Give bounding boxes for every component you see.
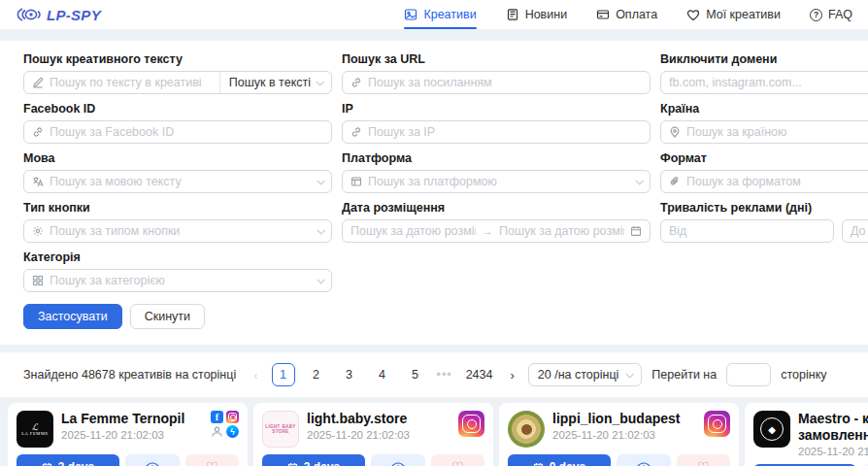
card-icon bbox=[596, 8, 610, 21]
placement-date-range[interactable]: → bbox=[342, 219, 651, 243]
apply-button[interactable]: Застосувати bbox=[23, 304, 122, 329]
field-label: Пошук креативного тексту bbox=[23, 52, 332, 66]
goto-suffix: сторінку bbox=[781, 368, 826, 382]
field-label: IP bbox=[342, 102, 651, 116]
creative-card[interactable]: lippi_lion_budapest 2025-11-20 21:02:03 … bbox=[499, 403, 739, 466]
view-button[interactable] bbox=[125, 454, 180, 466]
creative-text-input[interactable]: Пошук в тексті bbox=[23, 71, 332, 94]
field-label: Тип кнопки bbox=[23, 201, 332, 215]
favorite-button[interactable]: ♡ bbox=[677, 454, 731, 466]
reset-button[interactable]: Скинути bbox=[130, 304, 205, 329]
view-button[interactable] bbox=[371, 454, 425, 466]
pagination-bar: Знайдено 48678 креативів на сторінці ‹ 1… bbox=[0, 352, 868, 397]
eye-logo-icon bbox=[16, 7, 41, 22]
avatar bbox=[508, 411, 545, 448]
format-select[interactable] bbox=[660, 170, 868, 193]
field-label: Пошук за URL bbox=[342, 52, 651, 66]
favorite-button[interactable]: ♡ bbox=[185, 454, 240, 466]
creative-card[interactable]: ℒ LA FEMME La Femme Ternopil 2025-11-20 … bbox=[8, 403, 248, 466]
page-size-select[interactable]: 20 /на сторінці bbox=[528, 363, 643, 386]
paperclip-icon bbox=[669, 176, 681, 187]
page-1-button[interactable]: 1 bbox=[272, 363, 295, 386]
page-2-button[interactable]: 2 bbox=[305, 363, 328, 386]
page-5-button[interactable]: 5 bbox=[404, 363, 427, 386]
goto-page-input[interactable] bbox=[726, 363, 771, 386]
exclude-domains-input[interactable] bbox=[660, 71, 868, 94]
profile-icon[interactable] bbox=[211, 425, 223, 441]
tab-my-creatives[interactable]: Мої креативи bbox=[686, 0, 781, 29]
prev-page-button[interactable]: ‹ bbox=[250, 368, 261, 383]
pencil-icon bbox=[32, 77, 44, 88]
chevron-down-icon bbox=[635, 177, 643, 184]
creative-card[interactable]: ◆ Maestro - кухні, меблі на замовлення в… bbox=[745, 403, 868, 466]
instagram-icon[interactable] bbox=[226, 411, 239, 423]
app-logo[interactable]: LP-SPY bbox=[16, 7, 101, 23]
days-active-button[interactable]: 0 days bbox=[508, 454, 611, 466]
chevron-down-icon bbox=[317, 177, 324, 184]
tab-news[interactable]: Новини bbox=[506, 0, 568, 29]
tab-faq[interactable]: ? FAQ bbox=[810, 0, 852, 29]
filter-exclude-domains: Виключити домени bbox=[660, 52, 868, 94]
field-label: Мова bbox=[23, 151, 332, 165]
platform-select[interactable] bbox=[342, 170, 651, 193]
creative-card[interactable]: LIGHT BABY STORE light.baby.store 2025-1… bbox=[253, 403, 493, 466]
creatives-grid: ℒ LA FEMME La Femme Ternopil 2025-11-20 … bbox=[0, 397, 868, 466]
favorite-button[interactable]: ♡ bbox=[431, 454, 485, 466]
logo-text: LP-SPY bbox=[47, 7, 101, 23]
text-search-mode-select[interactable]: Пошук в тексті bbox=[219, 72, 331, 93]
filter-country: Країна bbox=[660, 102, 868, 144]
results-summary: Знайдено 48678 креативів на сторінці bbox=[23, 368, 236, 382]
filter-platform: Платформа bbox=[342, 151, 651, 193]
filter-format: Формат bbox=[660, 151, 868, 193]
heart-icon bbox=[686, 9, 700, 21]
last-page-button[interactable]: 2434 bbox=[462, 363, 497, 386]
card-date: 2025-11-20 21:02:03 bbox=[552, 429, 696, 441]
question-icon: ? bbox=[810, 9, 822, 21]
image-icon bbox=[404, 8, 417, 21]
field-label: Країна bbox=[660, 102, 868, 116]
ip-input[interactable] bbox=[342, 120, 651, 144]
lion-logo bbox=[520, 423, 533, 436]
country-select[interactable] bbox=[660, 120, 868, 144]
card-title: La Femme Ternopil bbox=[61, 411, 203, 427]
goto-label: Перейти на bbox=[651, 368, 717, 382]
days-active-button[interactable]: 3 days bbox=[17, 454, 119, 466]
filter-category: Категорія bbox=[23, 250, 332, 292]
button-type-select[interactable] bbox=[23, 219, 332, 243]
field-label: Дата розміщення bbox=[342, 201, 651, 215]
chevron-down-icon bbox=[316, 78, 323, 85]
tab-payment[interactable]: Оплата bbox=[596, 0, 657, 29]
page-ellipsis[interactable]: ••• bbox=[437, 368, 452, 382]
instagram-icon[interactable] bbox=[458, 411, 484, 437]
news-icon bbox=[506, 8, 519, 21]
days-active-button[interactable]: 3 days bbox=[262, 454, 365, 466]
page-4-button[interactable]: 4 bbox=[371, 363, 394, 386]
facebook-id-input[interactable] bbox=[23, 120, 332, 144]
category-select[interactable] bbox=[23, 269, 332, 292]
card-title: light.baby.store bbox=[307, 411, 451, 427]
url-input[interactable] bbox=[342, 71, 651, 94]
field-label: Формат bbox=[660, 151, 868, 165]
facebook-icon[interactable]: f bbox=[211, 411, 223, 423]
next-page-button[interactable]: › bbox=[506, 368, 517, 383]
calendar-icon bbox=[630, 225, 642, 237]
platform-icon bbox=[351, 176, 362, 187]
card-title: lippi_lion_budapest bbox=[552, 411, 696, 427]
messenger-icon[interactable]: ϟ bbox=[226, 425, 239, 438]
instagram-icon[interactable] bbox=[704, 411, 730, 437]
view-button[interactable] bbox=[617, 454, 671, 466]
filter-ip: IP bbox=[342, 102, 651, 144]
avatar: ◆ bbox=[753, 411, 790, 448]
field-label: Виключити домени bbox=[660, 52, 868, 66]
page-3-button[interactable]: 3 bbox=[338, 363, 361, 386]
duration-from-input[interactable] bbox=[660, 219, 834, 243]
avatar: LIGHT BABY STORE bbox=[262, 411, 299, 448]
language-select[interactable] bbox=[23, 170, 332, 193]
duration-to-input[interactable] bbox=[842, 219, 868, 243]
field-label: Тривалість реклами (дні) bbox=[660, 201, 868, 215]
gear-icon bbox=[32, 225, 44, 237]
pin-icon bbox=[669, 126, 681, 138]
tab-creatives[interactable]: Креативи bbox=[404, 0, 476, 29]
main-nav: Креативи Новини Оплата bbox=[404, 0, 852, 29]
chevron-down-icon bbox=[317, 276, 324, 283]
